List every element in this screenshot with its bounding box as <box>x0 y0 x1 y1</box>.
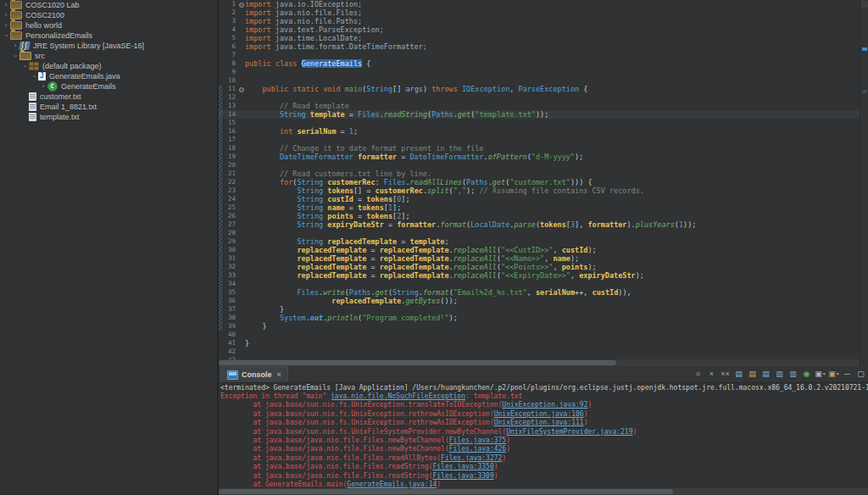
stack-trace-link[interactable]: Files.java:3272 <box>441 454 502 462</box>
minimize-icon[interactable]: ─ <box>842 369 853 380</box>
fold-marker[interactable] <box>237 127 245 136</box>
tree-item-jre-system-library-javase-16[interactable]: ›JRE System Library [JavaSE-16] <box>0 41 217 51</box>
line-number[interactable]: 28 <box>222 229 237 237</box>
fold-marker[interactable] <box>237 237 245 246</box>
code-text[interactable]: // Read template <box>245 102 349 110</box>
fold-marker[interactable] <box>237 288 245 297</box>
tree-item-generateemails[interactable]: ›GenerateEmails <box>0 81 217 92</box>
code-text[interactable]: replacedTemplate = replacedTemplate.repl… <box>245 246 597 254</box>
line-number[interactable]: 6 <box>222 42 237 51</box>
chevron-collapsed-icon[interactable]: › <box>2 1 10 9</box>
tree-item-email-1-8821-txt[interactable]: Email 1_8821.txt <box>0 102 217 112</box>
console-horizontal-scrollbar[interactable] <box>219 488 868 495</box>
line-number[interactable]: 19 <box>222 153 237 161</box>
stack-trace-link[interactable]: Files.java:3350 <box>432 463 493 470</box>
tree-item-hello-world[interactable]: ›hello world <box>0 20 217 31</box>
tab-console[interactable]: Console × <box>220 366 288 382</box>
tree-item-src[interactable]: ›src <box>0 51 217 61</box>
code-text[interactable]: import java.time.format.DateTimeFormatte… <box>245 42 427 51</box>
word-wrap-icon[interactable]: ▤ <box>760 369 771 380</box>
code-text[interactable]: int serialNum = 1; <box>245 127 358 136</box>
stack-trace-link[interactable]: UnixException.java:111 <box>494 419 584 426</box>
line-number[interactable]: 18 <box>222 144 237 153</box>
code-text[interactable]: String expiryDateStr = formatter.format(… <box>245 220 696 229</box>
chevron-collapsed-icon[interactable]: › <box>2 11 10 19</box>
line-number[interactable]: 32 <box>222 263 237 271</box>
code-text[interactable]: // Change it to date format present in t… <box>245 144 483 153</box>
code-text[interactable]: // Read customers.txt line by line. <box>245 170 431 178</box>
chevron-expanded-icon[interactable]: › <box>2 31 10 40</box>
fold-marker[interactable] <box>237 68 245 76</box>
fold-marker[interactable] <box>237 297 245 305</box>
fold-marker[interactable] <box>237 331 245 339</box>
fold-marker[interactable] <box>237 305 245 314</box>
code-text[interactable]: replacedTemplate.getBytes()); <box>245 297 458 305</box>
fold-marker[interactable] <box>237 229 245 237</box>
fold-marker[interactable] <box>237 161 245 170</box>
stack-trace-link[interactable]: UnixException.java:106 <box>494 410 584 418</box>
show-console-stderr-icon[interactable]: ▥ <box>787 369 798 380</box>
fold-marker[interactable] <box>237 271 245 280</box>
chevron-collapsed-icon[interactable]: › <box>39 82 47 91</box>
code-text[interactable]: public static void main(String[] args) t… <box>245 85 587 93</box>
line-number[interactable]: 38 <box>222 314 237 322</box>
code-text[interactable]: replacedTemplate = replacedTemplate.repl… <box>245 254 579 263</box>
code-text[interactable]: import java.io.IOException; <box>245 0 362 8</box>
fold-marker[interactable] <box>237 144 245 153</box>
code-text[interactable]: } <box>245 305 284 314</box>
fold-marker[interactable] <box>237 263 245 271</box>
fold-marker[interactable] <box>237 280 245 288</box>
code-text[interactable]: DateTimeFormatter formatter = DateTimeFo… <box>245 153 583 161</box>
tree-item-customer-txt[interactable]: customer.txt <box>0 92 217 102</box>
line-number[interactable]: 39 <box>222 322 237 331</box>
maximize-icon[interactable]: ▢ <box>855 369 866 380</box>
fold-marker[interactable] <box>237 42 245 51</box>
line-number[interactable]: 20 <box>222 161 237 170</box>
fold-marker[interactable] <box>237 153 245 161</box>
tree-item-template-txt[interactable]: template.txt <box>0 112 217 122</box>
stack-trace-link[interactable]: Files.java:426 <box>449 445 506 453</box>
fold-marker[interactable] <box>237 17 245 25</box>
line-number[interactable]: 22 <box>222 178 237 186</box>
line-number[interactable]: 25 <box>222 203 237 212</box>
terminate-icon[interactable]: ■ <box>693 369 704 380</box>
line-number[interactable]: 36 <box>222 297 237 305</box>
line-number[interactable]: 8 <box>222 59 237 68</box>
line-number[interactable]: 11 <box>222 85 237 93</box>
scroll-lock-icon[interactable]: ▤ <box>747 369 758 380</box>
code-text[interactable]: Files.write(Paths.get(String.format("Ema… <box>245 288 632 297</box>
code-text[interactable]: import java.time.LocalDate; <box>245 34 362 42</box>
fold-marker[interactable] <box>237 203 245 212</box>
line-number[interactable]: 24 <box>222 195 237 203</box>
chevron-expanded-icon[interactable]: › <box>20 62 29 70</box>
line-number[interactable]: 17 <box>222 136 237 144</box>
fold-marker[interactable] <box>237 0 245 8</box>
fold-marker[interactable] <box>237 85 245 93</box>
fold-marker[interactable] <box>237 339 245 348</box>
code-text[interactable]: public class GenerateEmails { <box>245 59 370 68</box>
code-text[interactable]: System.out.println("Program completed!")… <box>245 314 458 322</box>
tree-item-personalizedemails[interactable]: ›PersonalizedEmails <box>0 31 217 41</box>
line-number[interactable]: 37 <box>222 305 237 314</box>
code-editor[interactable]: 1import java.io.IOException;2import java… <box>219 0 860 359</box>
line-number[interactable]: 3 <box>222 17 237 25</box>
code-text[interactable]: replacedTemplate = replacedTemplate.repl… <box>245 263 597 271</box>
fold-marker[interactable] <box>237 246 245 254</box>
scrollbar-thumb[interactable] <box>219 360 616 365</box>
occurrence-marker[interactable] <box>862 47 867 51</box>
occurrence-marker[interactable] <box>862 90 867 93</box>
code-text[interactable]: String name = tokens[1]; <box>245 203 401 212</box>
fold-marker[interactable] <box>237 76 245 85</box>
chevron-expanded-icon[interactable]: › <box>11 52 19 60</box>
fold-marker[interactable] <box>237 178 245 186</box>
fold-marker[interactable] <box>237 59 245 68</box>
line-number[interactable]: 7 <box>222 51 237 59</box>
line-number[interactable]: 5 <box>222 34 237 42</box>
fold-marker[interactable] <box>237 322 245 331</box>
code-text[interactable]: } <box>245 322 267 331</box>
line-number[interactable]: 21 <box>222 170 237 178</box>
code-text[interactable]: String tokens[] = customerRec.split(",")… <box>245 186 644 195</box>
fold-marker[interactable] <box>237 51 245 59</box>
chevron-collapsed-icon[interactable]: › <box>2 21 10 30</box>
code-text[interactable]: } <box>245 339 249 348</box>
